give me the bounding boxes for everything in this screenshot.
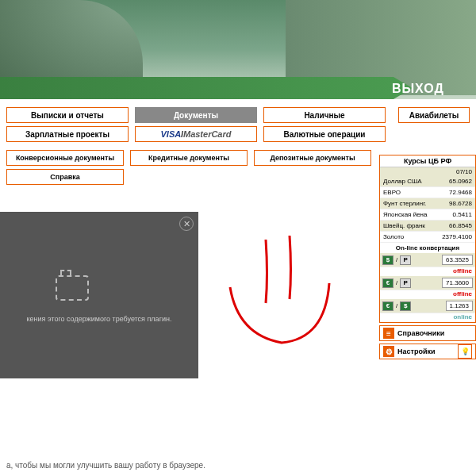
footer-hint: а, чтобы мы могли улучшить вашу работу в… [6,461,205,470]
rate-row: Швейц. франк66.8545 [380,221,475,232]
subnav-deposit[interactable]: Депозитные документы [254,150,371,166]
conversion-row: €/Р71.3600 [380,276,475,290]
main-nav: Выписки и отчеты Документы Наличные Авиа… [0,99,476,150]
rate-row: Золото2379.4100 [380,232,475,243]
cbr-rates-widget: Курсы ЦБ РФ 07/10 Доллар США65.0962ЕВРО7… [379,155,476,323]
nav-salary[interactable]: Зарплатные проекты [6,126,129,142]
header-banner: ВЫХОД [0,0,476,99]
close-icon[interactable]: ✕ [179,217,194,231]
book-icon: ≡ [383,328,394,339]
nav-documents[interactable]: Документы [135,107,257,123]
settings-button[interactable]: ⚙ Настройки 💡 [379,344,476,359]
exit-button[interactable]: ВЫХОД [392,82,444,96]
conversion-row: $/Р63.3525 [380,253,475,267]
nav-visa-mastercard[interactable]: VISA / MasterCard [135,126,257,142]
subnav-conversion[interactable]: Конверсионные документы [6,150,124,166]
references-button[interactable]: ≡ Справочники [379,325,476,341]
nav-currency-ops[interactable]: Валютные операции [263,126,386,142]
nav-statements[interactable]: Выписки и отчеты [6,107,129,123]
subnav-credit[interactable]: Кредитные документы [130,150,248,166]
plugin-message: кения этого содержимого требуется плагин… [0,315,198,323]
gear-icon: ⚙ [383,346,394,357]
rates-title: Курсы ЦБ РФ [380,155,475,167]
nav-airtickets[interactable]: Авиабилеты [398,107,470,123]
nav-cash[interactable]: Наличные [263,107,386,123]
sidebar: Курсы ЦБ РФ 07/10 Доллар США65.0962ЕВРО7… [379,155,476,359]
plugin-icon [56,275,89,301]
user-drawing [206,212,373,370]
plugin-placeholder: ✕ кения этого содержимого требуется плаг… [0,212,198,378]
subnav-help[interactable]: Справка [6,169,124,185]
hint-icon[interactable]: 💡 [458,344,472,359]
online-conv-title: On-line конвертация [380,243,475,253]
rate-row: Японская йена0.5411 [380,209,475,221]
conversion-row: €/$1.1263 [380,299,475,313]
rate-row: Фунт стерлинг.98.6728 [380,198,475,209]
rate-row: ЕВРО72.9468 [380,187,475,198]
rates-date: 07/10 [380,167,475,176]
rate-row: Доллар США65.0962 [380,176,475,187]
